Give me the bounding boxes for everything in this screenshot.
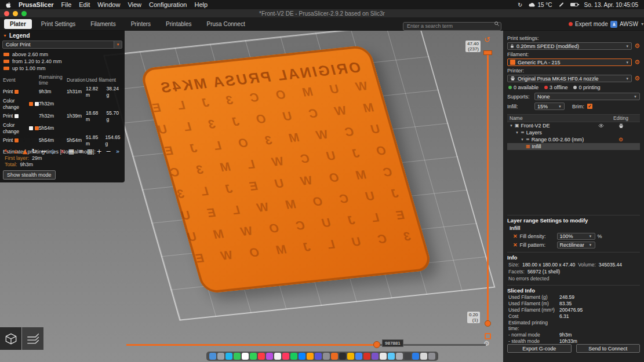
- remove-setting-icon[interactable]: ✕: [513, 242, 518, 248]
- filament-combo[interactable]: Generic PLA - 215 ▼: [507, 58, 632, 66]
- export-gcode-button[interactable]: Export G-code: [507, 344, 572, 353]
- menu-item-configuration[interactable]: Configuration: [149, 1, 187, 8]
- dock-icon[interactable]: [225, 353, 232, 360]
- dock-icon[interactable]: [355, 353, 362, 360]
- tab-prusa-connect[interactable]: Prusa Connect: [201, 19, 251, 29]
- dock-icon[interactable]: [250, 353, 257, 360]
- show-stealth-mode-button[interactable]: Show stealth mode: [3, 170, 56, 180]
- layer-slider-top-handle[interactable]: [483, 50, 492, 55]
- dock-icon[interactable]: [217, 353, 224, 360]
- dock-icon[interactable]: [428, 353, 435, 360]
- tab-plater[interactable]: Plater: [4, 19, 32, 29]
- expand-icon[interactable]: ▼: [510, 123, 513, 129]
- dock-icon[interactable]: [363, 353, 370, 360]
- tab-filaments[interactable]: Filaments: [85, 19, 121, 29]
- 3d-viewport[interactable]: ORIGINAL PRUSA MK4S W U M O C 3 J L E UM…: [0, 31, 503, 362]
- dock-icon[interactable]: [282, 353, 289, 360]
- variable-layers-icon[interactable]: ≡: [77, 147, 85, 155]
- select-icon[interactable]: ↖: [2, 147, 10, 155]
- close-window-button[interactable]: [4, 11, 9, 16]
- filament-cog-icon[interactable]: ⚙: [634, 59, 640, 65]
- preview-toggle[interactable]: [22, 327, 43, 350]
- fill-pattern-combo[interactable]: Rectilinear ▼: [557, 242, 595, 248]
- add-instance-icon[interactable]: +: [95, 147, 103, 155]
- dock-icon[interactable]: [380, 353, 387, 360]
- apple-icon[interactable]: [6, 2, 11, 8]
- legend-header[interactable]: ▼ Legend: [0, 31, 125, 40]
- dock-icon[interactable]: [258, 353, 265, 360]
- dock-icon[interactable]: [274, 353, 281, 360]
- account-menu[interactable]: AWSW ▼: [610, 17, 644, 31]
- tab-print-settings[interactable]: Print Settings: [35, 19, 81, 29]
- scale-icon[interactable]: ◇: [49, 147, 57, 155]
- dock-icon[interactable]: [299, 353, 305, 360]
- menu-item-view[interactable]: View: [128, 1, 141, 8]
- infill-combo[interactable]: 15% ▼: [534, 103, 565, 110]
- expand-icon[interactable]: ▼: [521, 137, 524, 142]
- brim-checkbox[interactable]: ✓: [587, 104, 592, 109]
- tab-printers[interactable]: Printers: [125, 19, 157, 29]
- dock-icon[interactable]: [307, 353, 314, 360]
- dock-icon[interactable]: [315, 353, 322, 360]
- dock-icon[interactable]: [347, 353, 354, 360]
- printer-edit-icon[interactable]: [618, 123, 624, 129]
- send-to-connect-button[interactable]: Send to Connect: [576, 344, 641, 353]
- dock-icon[interactable]: [290, 353, 297, 360]
- menubar-clock[interactable]: So. 13. Apr. 10:45:05: [584, 2, 638, 8]
- dock-icon[interactable]: [420, 353, 427, 360]
- search-icon[interactable]: [494, 21, 500, 27]
- layer-slider-cog-icon[interactable]: ⚙: [483, 340, 490, 347]
- printer-cog-icon[interactable]: ⚙: [634, 75, 640, 82]
- fill-density-combo[interactable]: 100% ▼: [557, 233, 595, 240]
- menu-item-help[interactable]: Help: [194, 1, 208, 8]
- print-settings-combo[interactable]: 0.20mm SPEED (modified) ▼: [507, 42, 632, 50]
- dock-icon[interactable]: [234, 353, 241, 360]
- search-input[interactable]: [403, 22, 501, 31]
- printer-combo[interactable]: Original Prusa MK4S HF0.4 nozzle ▼: [507, 75, 632, 82]
- zoom-window-button[interactable]: [21, 11, 27, 16]
- layer-slider-reset-icon[interactable]: ↺: [484, 36, 490, 43]
- delete-icon[interactable]: ×: [58, 147, 66, 155]
- remove-setting-icon[interactable]: ✕: [513, 233, 518, 239]
- dock-icon[interactable]: [331, 353, 338, 360]
- menu-app-name[interactable]: PrusaSlicer: [19, 1, 54, 8]
- sync-icon[interactable]: ↻: [518, 2, 522, 8]
- dock-icon[interactable]: [209, 353, 216, 360]
- eye-icon[interactable]: [598, 123, 604, 128]
- dock-icon[interactable]: [242, 353, 249, 360]
- move-icon[interactable]: ↔: [39, 147, 48, 155]
- expand-icon[interactable]: ▼: [515, 130, 519, 136]
- tab-printables[interactable]: Printables: [160, 19, 197, 29]
- menu-item-window[interactable]: Window: [97, 1, 120, 8]
- layer-slider-bottom-handle[interactable]: [485, 320, 491, 327]
- tree-row-range[interactable]: ▼ ≡ Range 0.00-2.60 (mm) ⚙: [507, 136, 640, 143]
- dock-icon[interactable]: [266, 353, 273, 360]
- dock-icon[interactable]: [396, 353, 403, 360]
- one-layer-mode-icon[interactable]: [485, 333, 491, 339]
- minimize-window-button[interactable]: [13, 11, 18, 16]
- dock-icon[interactable]: [323, 353, 330, 360]
- print-settings-cog-icon[interactable]: ⚙: [634, 43, 640, 49]
- rotate-icon[interactable]: ↻: [30, 147, 38, 155]
- collapse-toolbar-icon[interactable]: »: [114, 147, 122, 155]
- range-cog-icon[interactable]: ⚙: [618, 137, 623, 142]
- tree-row-layers[interactable]: ▼ ≡ Layers: [507, 129, 640, 136]
- weather-widget[interactable]: 15 °C: [529, 2, 552, 8]
- dock-icon[interactable]: [388, 353, 395, 360]
- supports-paint-icon[interactable]: ▲: [21, 147, 29, 155]
- fill-icon[interactable]: ▦: [67, 147, 75, 155]
- mode-selector[interactable]: Expert mode ▼: [569, 17, 614, 31]
- dock-icon[interactable]: [339, 353, 346, 360]
- remove-instance-icon[interactable]: −: [104, 147, 112, 155]
- battery-icon[interactable]: [570, 3, 578, 6]
- tree-row-infill[interactable]: ▦ Infill: [507, 143, 640, 150]
- place-on-bed-icon[interactable]: ⌂: [12, 147, 20, 155]
- menu-item-edit[interactable]: Edit: [79, 1, 90, 8]
- supports-combo[interactable]: None ▼: [534, 93, 640, 100]
- split-icon[interactable]: ▥: [86, 147, 94, 155]
- dock-icon[interactable]: [372, 353, 379, 360]
- 3d-view-toggle[interactable]: [0, 327, 21, 350]
- tree-row-object[interactable]: ▼ ▣ Front-V2 DE: [507, 122, 640, 129]
- dock-icon[interactable]: [404, 353, 411, 360]
- input-source-icon[interactable]: [559, 2, 563, 7]
